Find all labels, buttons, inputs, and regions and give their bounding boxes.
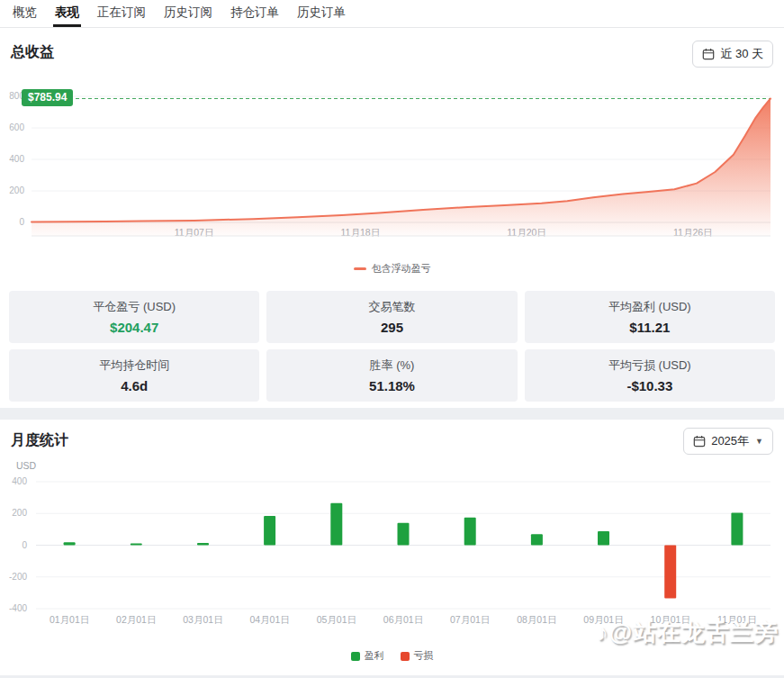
bar-x-tick: 03月01日: [183, 614, 222, 627]
legend-square-icon: [351, 652, 360, 661]
calendar-icon: [702, 48, 715, 60]
legend-label: 亏损: [414, 649, 434, 663]
stat-card-avg-holding-time: 平均持仓时间4.6d: [9, 349, 259, 402]
stat-value: -$10.33: [626, 378, 672, 393]
bar-chart-legend: 盈利亏损: [0, 649, 784, 663]
stat-label: 交易笔数: [368, 299, 415, 315]
legend-square-icon: [401, 652, 410, 661]
bar-04月01日: [264, 516, 275, 546]
stat-label: 平仓盈亏 (USD): [93, 299, 176, 315]
watermark: ♪@站在龙舌兰旁: [597, 617, 779, 648]
total-return-area-chart: [0, 86, 784, 240]
tab-history-orders[interactable]: 历史订单: [295, 0, 347, 27]
stat-label: 平均亏损 (USD): [608, 357, 691, 374]
bar-01月01日: [64, 542, 76, 545]
area-chart-legend: 包含浮动盈亏: [0, 262, 784, 276]
monthly-bar-chart: [0, 477, 784, 612]
stat-value: $204.47: [110, 320, 158, 335]
stat-card-trade-count: 交易笔数295: [266, 291, 517, 343]
bar-x-tick: 05月01日: [317, 614, 356, 627]
bar-legend-item: 盈利: [351, 649, 384, 663]
bar-x-tick: 06月01日: [383, 614, 423, 627]
bar-chart-unit-label: USD: [16, 460, 36, 471]
stat-card-avg-loss: 平均亏损 (USD)-$10.33: [525, 349, 775, 402]
bar-05月01日: [330, 503, 342, 546]
bar-02月01日: [131, 543, 142, 545]
tab-performance[interactable]: 表现: [53, 0, 81, 27]
bar-11月01日: [731, 512, 743, 545]
bar-x-tick: 01月01日: [50, 614, 89, 627]
year-select-button[interactable]: 2025年 ▼: [683, 428, 773, 455]
tab-open-orders[interactable]: 持仓订单: [229, 0, 281, 27]
chevron-down-icon: ▼: [755, 437, 763, 446]
date-range-button[interactable]: 近 30 天: [692, 41, 773, 68]
bar-08月01日: [531, 534, 543, 545]
bar-07月01日: [464, 518, 476, 546]
stats-grid: 平仓盈亏 (USD)$204.47交易笔数295平均盈利 (USD)$11.21…: [9, 291, 775, 402]
stat-card-avg-profit: 平均盈利 (USD)$11.21: [525, 291, 775, 343]
bar-09月01日: [598, 531, 609, 546]
legend-label: 盈利: [365, 649, 384, 663]
legend-line-icon: [354, 267, 366, 270]
stat-value: 4.6d: [121, 378, 148, 393]
stat-card-closed-pnl: 平仓盈亏 (USD)$204.47: [9, 291, 259, 343]
bar-x-tick: 04月01日: [249, 614, 289, 627]
bar-x-tick: 08月01日: [517, 614, 556, 627]
stat-value: 51.18%: [369, 378, 415, 393]
tab-bar: 概览表现正在订阅历史订阅持仓订单历史订单: [0, 0, 784, 28]
bar-06月01日: [398, 523, 410, 546]
monthly-stats-title: 月度统计: [11, 431, 68, 450]
stat-label: 平均盈利 (USD): [608, 299, 691, 315]
tab-overview[interactable]: 概览: [11, 0, 39, 27]
tab-subscribing[interactable]: 正在订阅: [95, 0, 148, 27]
tab-history-subscriptions[interactable]: 历史订阅: [162, 0, 214, 27]
stat-card-win-rate: 胜率 (%)51.18%: [266, 349, 517, 402]
trader-performance-page: 概览表现正在订阅历史订阅持仓订单历史订单 总收益 近 30 天 02004006…: [0, 0, 784, 678]
bar-x-tick: 07月01日: [450, 614, 490, 627]
date-range-label: 近 30 天: [720, 46, 763, 62]
bar-x-tick: 02月01日: [116, 614, 156, 627]
peak-value-badge: $785.94: [22, 89, 73, 106]
total-return-title: 总收益: [11, 43, 54, 62]
stat-label: 胜率 (%): [370, 357, 415, 374]
bar-03月01日: [197, 543, 209, 546]
stat-label: 平均持仓时间: [99, 357, 169, 374]
bar-10月01日: [664, 546, 676, 599]
calendar-icon: [693, 435, 706, 447]
stat-value: $11.21: [629, 320, 670, 335]
year-select-label: 2025年: [711, 433, 749, 449]
stat-value: 295: [381, 320, 403, 335]
area-legend-label: 包含浮动盈亏: [372, 262, 431, 276]
bar-legend-item: 亏损: [401, 649, 434, 663]
